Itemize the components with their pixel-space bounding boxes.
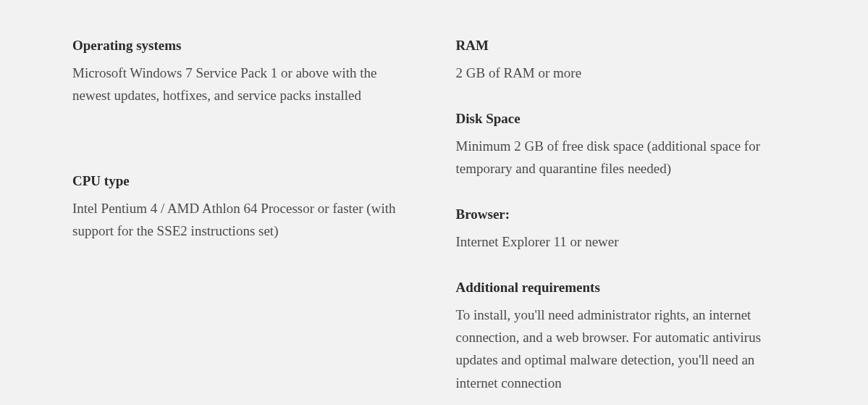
disk-section: Disk Space Minimum 2 GB of free disk spa… bbox=[456, 109, 796, 180]
ram-body: 2 GB of RAM or more bbox=[456, 62, 796, 84]
os-section: Operating systems Microsoft Windows 7 Se… bbox=[72, 36, 413, 107]
browser-section: Browser: Internet Explorer 11 or newer bbox=[456, 205, 796, 253]
additional-section: Additional requirements To install, you'… bbox=[456, 278, 796, 394]
browser-heading: Browser: bbox=[456, 205, 796, 225]
cpu-section: CPU type Intel Pentium 4 / AMD Athlon 64… bbox=[72, 172, 413, 242]
ram-heading: RAM bbox=[456, 36, 796, 56]
disk-heading: Disk Space bbox=[456, 109, 796, 129]
ram-section: RAM 2 GB of RAM or more bbox=[456, 36, 796, 84]
additional-body: To install, you'll need administrator ri… bbox=[456, 304, 796, 394]
cpu-body: Intel Pentium 4 / AMD Athlon 64 Processo… bbox=[72, 197, 413, 243]
cpu-heading: CPU type bbox=[72, 172, 413, 191]
additional-heading: Additional requirements bbox=[456, 278, 796, 298]
os-body: Microsoft Windows 7 Service Pack 1 or ab… bbox=[72, 62, 413, 107]
browser-body: Internet Explorer 11 or newer bbox=[456, 230, 796, 253]
disk-body: Minimum 2 GB of free disk space (additio… bbox=[456, 135, 796, 180]
right-column: RAM 2 GB of RAM or more Disk Space Minim… bbox=[456, 36, 796, 405]
left-column: Operating systems Microsoft Windows 7 Se… bbox=[72, 36, 413, 405]
os-heading: Operating systems bbox=[72, 36, 413, 56]
requirements-container: Operating systems Microsoft Windows 7 Se… bbox=[72, 36, 796, 405]
